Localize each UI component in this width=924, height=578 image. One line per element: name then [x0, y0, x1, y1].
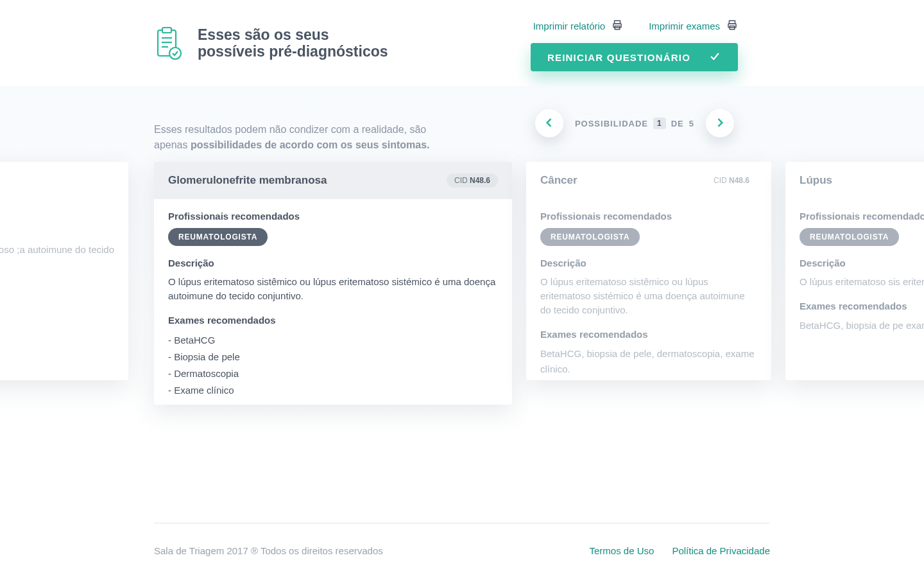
exam-item: - Biopsia de pele [168, 349, 498, 365]
professionals-label: Profissionais recomendados [540, 211, 757, 222]
prev-possibility-button[interactable] [535, 109, 563, 137]
exams-inline: BetaHCG, biopsia de pele, dermatoscopia,… [540, 346, 757, 377]
possibility-pager: POSSIBILIDADE 1 DE 5 [535, 109, 734, 137]
exams-inline: BetaHCG, biopsia de pe exame clínico. [800, 318, 924, 333]
exam-item: - Exame clínico [168, 382, 498, 399]
diagnosis-title: Câncer [540, 174, 578, 187]
diagnosis-carousel: praroxistica istêmico ou lúpus eritemato… [0, 162, 924, 496]
diagnosis-description: O lúpus eritematoso sistêmico ou lúpus e… [168, 275, 498, 303]
print-exams-link[interactable]: Imprimir exames [649, 19, 738, 33]
diagnosis-description: istêmico ou lúpus eritematoso ;a autoimu… [0, 243, 114, 257]
terms-link[interactable]: Termos de Uso [590, 545, 654, 556]
professional-pill: REUMATOLOGISTA [800, 228, 899, 246]
pager-total: 5 [689, 119, 694, 128]
description-label: Descrição [800, 258, 924, 268]
clipboard-check-icon [154, 26, 182, 60]
pager-label: POSSIBILIDADE 1 DE 5 [575, 118, 694, 129]
disclaimer-text: Esses resultados podem não condizer com … [154, 122, 449, 153]
chevron-left-icon [543, 116, 556, 131]
diagnosis-title: Glomerulonefrite membranosa [168, 174, 327, 187]
diagnosis-description: O lúpus eritematoso sis eritematoso sist… [800, 275, 924, 289]
check-icon [708, 50, 721, 65]
exam-item: - Dermatoscopia [168, 365, 498, 382]
professional-pill: REUMATOLOGISTA [540, 228, 640, 246]
footer: Sala de Triagem 2017 ® Todos os direitos… [0, 523, 924, 578]
exams-label: Exames recomendados [540, 329, 757, 340]
svg-point-5 [169, 48, 181, 59]
print-icon [612, 19, 623, 33]
top-actions: Imprimir relatório Imprimir exames REINI… [531, 19, 738, 71]
diagnosis-card-main[interactable]: Glomerulonefrite membranosa CID N48.6 Pr… [154, 162, 512, 405]
copyright-text: Sala de Triagem 2017 ® Todos os direitos… [154, 545, 383, 556]
professional-pill: REUMATOLOGISTA [168, 228, 268, 246]
header-bar: Esses são os seus possíveis pré-diagnóst… [0, 0, 924, 86]
description-label: Descrição [540, 258, 757, 268]
privacy-link[interactable]: Política de Privacidade [672, 545, 770, 556]
pager-current: 1 [653, 118, 666, 129]
print-icon [726, 19, 738, 33]
diagnosis-description: O lúpus eritematoso sistêmico ou lúpus e… [540, 275, 757, 317]
print-links: Imprimir relatório Imprimir exames [533, 19, 738, 33]
cid-badge: CID N48.6 [706, 173, 757, 188]
diagnosis-card-next-2[interactable]: Lúpus Profissionais recomendados REUMATO… [785, 162, 924, 380]
results-band: Esses resultados podem não condizer com … [0, 86, 924, 523]
description-label: Descrição [168, 258, 498, 268]
page-title: Esses são os seus possíveis pré-diagnóst… [198, 26, 388, 60]
print-report-link[interactable]: Imprimir relatório [533, 19, 624, 33]
cid-badge: CID N48.6 [447, 173, 498, 188]
restart-questionnaire-button[interactable]: REINICIAR QUESTIONÁRIO [531, 43, 738, 71]
exams-label: Exames recomendados [800, 301, 924, 311]
professionals-label: Profissionais recomendados [168, 211, 498, 222]
diagnosis-title: Lúpus [800, 174, 832, 187]
chevron-right-icon [714, 116, 726, 131]
exams-label: Exames recomendados [168, 315, 498, 326]
exam-item: - BetaHCG [168, 332, 498, 349]
next-possibility-button[interactable] [706, 109, 734, 137]
professionals-label: Profissionais recomendados [800, 211, 924, 222]
svg-rect-1 [162, 28, 171, 33]
diagnosis-card-next[interactable]: Câncer CID N48.6 Profissionais recomenda… [526, 162, 771, 380]
diagnosis-card-prev[interactable]: praroxistica istêmico ou lúpus eritemato… [0, 162, 128, 380]
